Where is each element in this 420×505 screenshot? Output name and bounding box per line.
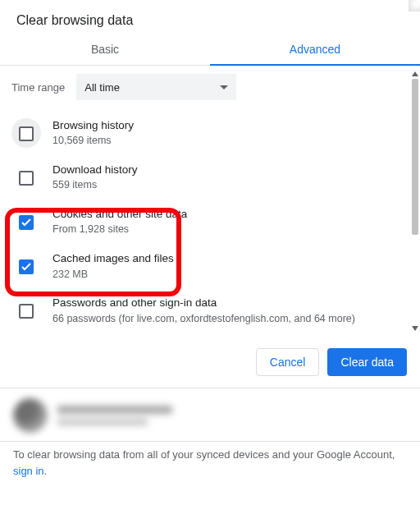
option-autofill[interactable]: Autofill form data 2 addresses, 892 othe…: [11, 333, 400, 337]
hint-text: To clear browsing data from all of your …: [13, 448, 395, 461]
dialog-title: Clear browsing data: [0, 0, 420, 34]
tab-advanced-label: Advanced: [290, 43, 340, 56]
sign-in-hint: To clear browsing data from all of your …: [0, 442, 420, 490]
account-row[interactable]: [0, 388, 420, 441]
cancel-button[interactable]: Cancel: [256, 348, 320, 376]
checkbox-wrap: [11, 296, 41, 325]
scroll-up-icon: [412, 71, 418, 76]
sign-in-link[interactable]: sign in: [13, 465, 44, 477]
options-scroll: Time range All time Browsing history 10,…: [0, 66, 412, 337]
option-passwords[interactable]: Passwords and other sign-in data 66 pass…: [11, 289, 400, 333]
scroll-down-icon: [412, 326, 418, 331]
option-cookies[interactable]: Cookies and other site data From 1,928 s…: [11, 200, 400, 245]
checkbox-wrap: [11, 163, 41, 192]
dialog-footer: Cancel Clear data: [0, 337, 420, 388]
option-subtitle: From 1,928 sites: [52, 223, 187, 236]
option-title: Download history: [52, 163, 138, 177]
checkbox-wrap: [11, 118, 41, 148]
clear-data-button[interactable]: Clear data: [327, 348, 407, 376]
checkbox[interactable]: [19, 215, 34, 230]
option-title: Passwords and other sign-in data: [52, 296, 355, 310]
cancel-button-label: Cancel: [270, 356, 306, 369]
option-download-history[interactable]: Download history 559 items: [11, 156, 400, 200]
checkbox[interactable]: [19, 126, 34, 141]
checkbox-wrap: [11, 207, 41, 236]
clear-data-button-label: Clear data: [340, 356, 394, 369]
dialog-body: Time range All time Browsing history 10,…: [0, 66, 420, 337]
option-cache[interactable]: Cached images and files 232 MB: [11, 245, 400, 289]
option-subtitle: 232 MB: [52, 268, 174, 282]
option-subtitle: 10,569 items: [52, 134, 134, 148]
option-subtitle: 66 passwords (for live.com, oxfordtestof…: [52, 312, 355, 326]
time-range-value: All time: [84, 81, 120, 94]
time-range-label: Time range: [11, 81, 65, 94]
time-range-select[interactable]: All time: [76, 74, 236, 100]
option-subtitle: 559 items: [52, 178, 138, 192]
time-range-row: Time range All time: [11, 74, 400, 100]
option-text: Cookies and other site data From 1,928 s…: [52, 207, 187, 236]
option-title: Browsing history: [52, 118, 134, 133]
avatar: [13, 398, 48, 433]
option-browsing-history[interactable]: Browsing history 10,569 items: [11, 112, 400, 156]
checkbox[interactable]: [19, 171, 34, 186]
clear-browsing-data-dialog: Clear browsing data Basic Advanced Time …: [0, 0, 420, 505]
option-text: Browsing history 10,569 items: [52, 118, 134, 148]
scrollbar[interactable]: [412, 71, 418, 332]
option-title: Cookies and other site data: [52, 207, 187, 222]
tab-basic-label: Basic: [91, 43, 119, 56]
option-text: Passwords and other sign-in data 66 pass…: [52, 296, 355, 325]
checkbox[interactable]: [19, 259, 34, 274]
option-text: Download history 559 items: [52, 163, 138, 192]
chevron-down-icon: [220, 85, 228, 90]
scrollbar-thumb[interactable]: [412, 79, 418, 235]
tab-advanced[interactable]: Advanced: [210, 34, 420, 65]
tab-basic[interactable]: Basic: [0, 34, 210, 65]
checkbox[interactable]: [19, 304, 34, 319]
option-title: Cached images and files: [52, 251, 174, 266]
option-text: Cached images and files 232 MB: [52, 251, 174, 281]
checkbox-wrap: [11, 251, 41, 281]
tabs: Basic Advanced: [0, 34, 420, 66]
account-text: [57, 406, 172, 425]
